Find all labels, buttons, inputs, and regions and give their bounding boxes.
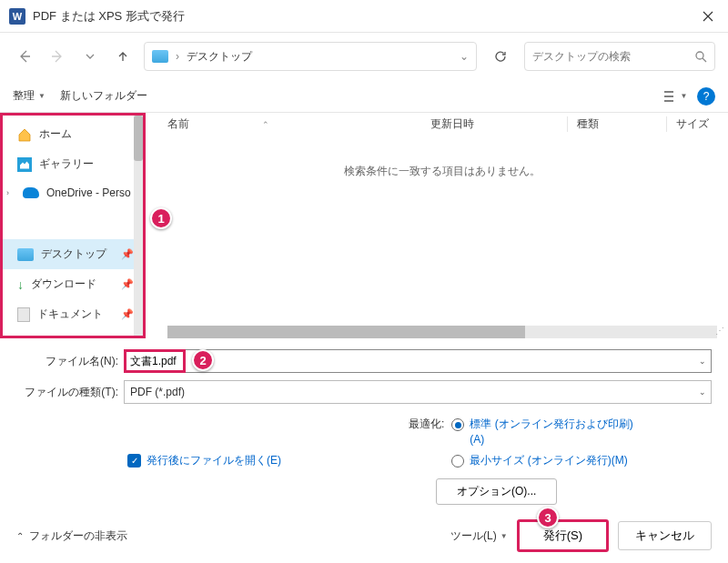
close-button[interactable] bbox=[697, 5, 719, 27]
help-button[interactable]: ? bbox=[697, 87, 715, 106]
sidebar-item-desktop[interactable]: デスクトップ 📌 bbox=[3, 239, 143, 269]
filetype-label: ファイルの種類(T): bbox=[16, 385, 124, 400]
close-icon bbox=[703, 11, 713, 22]
sidebar-item-downloads[interactable]: ↓ ダウンロード 📌 bbox=[3, 269, 143, 299]
checkbox-checked-icon: ✓ bbox=[127, 454, 141, 467]
search-icon bbox=[694, 50, 707, 63]
pin-icon: 📌 bbox=[121, 308, 134, 320]
new-folder-label: 新しいフォルダー bbox=[60, 88, 147, 104]
open-after-checkbox[interactable]: ✓ 発行後にファイルを開く(E) bbox=[127, 417, 281, 505]
hide-folders-label: フォルダーの非表示 bbox=[29, 528, 127, 544]
scrollbar-thumb[interactable] bbox=[167, 326, 525, 338]
chevron-right-icon: › bbox=[176, 50, 179, 63]
tools-dropdown[interactable]: ツール(L) ▼ bbox=[450, 528, 508, 544]
column-name-label: 名前 bbox=[167, 116, 189, 132]
optimize-standard-label: 標準 (オンライン発行および印刷)(A) bbox=[470, 417, 633, 447]
column-date[interactable]: 更新日時 bbox=[430, 116, 567, 132]
download-icon: ↓ bbox=[17, 277, 24, 292]
pin-icon: 📌 bbox=[121, 278, 134, 290]
breadcrumb-location: デスクトップ bbox=[187, 49, 252, 65]
chevron-down-icon[interactable]: ⌄ bbox=[699, 357, 706, 366]
sidebar-scrollbar[interactable] bbox=[134, 116, 143, 336]
form-area: ファイル名(N): ⌄ ファイルの種類(T): PDF (*.pdf) ⌄ bbox=[0, 338, 728, 404]
options-button-label: オプション(O)... bbox=[457, 485, 536, 498]
chevron-right-icon[interactable]: › bbox=[6, 188, 15, 197]
column-type[interactable]: 種類 bbox=[567, 116, 667, 132]
sidebar-item-onedrive[interactable]: › OneDrive - Perso bbox=[3, 179, 143, 206]
cancel-button-label: キャンセル bbox=[635, 528, 694, 542]
column-headers: 名前 ⌃ 更新日時 種類 サイズ bbox=[167, 113, 717, 136]
sidebar-item-label: ダウンロード bbox=[31, 276, 96, 292]
refresh-icon bbox=[493, 49, 508, 64]
folder-tree: ホーム ギャラリー › OneDrive - Perso デスクトップ 📌 ↓ … bbox=[0, 113, 146, 338]
pin-icon: 📌 bbox=[121, 248, 134, 260]
organize-button[interactable]: 整理 ▼ bbox=[13, 88, 46, 104]
column-size-label: サイズ bbox=[676, 117, 709, 130]
column-date-label: 更新日時 bbox=[430, 117, 474, 130]
chevron-up-icon: ⌃ bbox=[16, 531, 24, 541]
navigation-bar: › デスクトップ ⌄ bbox=[0, 33, 728, 80]
options-button[interactable]: オプション(O)... bbox=[436, 478, 557, 505]
optimize-minsize-radio[interactable]: 最小サイズ (オンライン発行)(M) bbox=[451, 453, 633, 468]
open-after-label: 発行後にファイルを開く(E) bbox=[147, 453, 281, 468]
footer: ⌃ フォルダーの非表示 ツール(L) ▼ 発行(S) キャンセル bbox=[0, 508, 728, 563]
tools-label: ツール(L) bbox=[450, 528, 497, 544]
chevron-down-icon: ▼ bbox=[38, 92, 46, 100]
list-view-icon bbox=[663, 90, 678, 103]
chevron-down-icon: ▼ bbox=[500, 532, 508, 540]
column-size[interactable]: サイズ bbox=[667, 116, 717, 132]
arrow-up-icon bbox=[116, 50, 129, 63]
sidebar-item-label: デスクトップ bbox=[41, 246, 106, 262]
back-button[interactable] bbox=[13, 45, 36, 68]
hide-folders-toggle[interactable]: ⌃ フォルダーの非表示 bbox=[16, 528, 127, 544]
sidebar-item-documents[interactable]: ドキュメント 📌 bbox=[3, 299, 143, 329]
chevron-down-icon bbox=[85, 51, 96, 62]
organize-label: 整理 bbox=[13, 88, 35, 104]
search-box[interactable] bbox=[524, 42, 715, 71]
word-app-icon: W bbox=[9, 8, 25, 25]
svg-point-0 bbox=[696, 52, 703, 59]
arrow-right-icon bbox=[50, 49, 65, 64]
sidebar-item-label: ホーム bbox=[39, 126, 72, 142]
optimize-standard-radio[interactable]: 標準 (オンライン発行および印刷)(A) bbox=[451, 417, 633, 447]
callout-2: 2 bbox=[192, 349, 214, 371]
filetype-select[interactable]: PDF (*.pdf) bbox=[124, 380, 712, 404]
sidebar-item-label: ギャラリー bbox=[39, 156, 94, 172]
column-type-label: 種類 bbox=[577, 117, 599, 130]
dialog-title: PDF または XPS 形式で発行 bbox=[33, 8, 185, 25]
search-input[interactable] bbox=[532, 50, 687, 63]
optimize-label: 最適化: bbox=[409, 417, 444, 469]
sort-indicator-icon: ⌃ bbox=[262, 120, 269, 129]
refresh-button[interactable] bbox=[486, 42, 515, 71]
address-bar[interactable]: › デスクトップ ⌄ bbox=[144, 42, 477, 71]
up-button[interactable] bbox=[111, 45, 135, 68]
view-mode-button[interactable]: ▼ bbox=[662, 85, 688, 107]
callout-3: 3 bbox=[537, 507, 559, 528]
toolbar: 整理 ▼ 新しいフォルダー ▼ ? bbox=[0, 80, 728, 113]
publish-button-label: 発行(S) bbox=[543, 528, 582, 542]
arrow-left-icon bbox=[17, 49, 32, 64]
title-bar: W PDF または XPS 形式で発行 bbox=[0, 0, 728, 33]
options-area: ✓ 発行後にファイルを開く(E) 最適化: 標準 (オンライン発行および印刷)(… bbox=[0, 411, 728, 505]
sidebar-item-gallery[interactable]: ギャラリー bbox=[3, 149, 143, 179]
column-name[interactable]: 名前 ⌃ bbox=[167, 116, 430, 132]
empty-message: 検索条件に一致する項目はありません。 bbox=[167, 136, 717, 206]
home-icon bbox=[17, 127, 32, 142]
chevron-down-icon: ▼ bbox=[681, 92, 688, 100]
sidebar-item-home[interactable]: ホーム bbox=[3, 119, 143, 149]
recent-button[interactable] bbox=[78, 45, 102, 68]
publish-button[interactable]: 発行(S) bbox=[517, 519, 609, 552]
forward-button[interactable] bbox=[46, 45, 69, 68]
chevron-down-icon[interactable]: ⌄ bbox=[460, 50, 469, 63]
new-folder-button[interactable]: 新しいフォルダー bbox=[60, 88, 147, 104]
chevron-down-icon[interactable]: ⌄ bbox=[699, 387, 706, 397]
cancel-button[interactable]: キャンセル bbox=[618, 521, 712, 550]
folder-icon bbox=[152, 50, 168, 63]
file-list-pane: 名前 ⌃ 更新日時 種類 サイズ 検索条件に一致する項目はありません。 ⋰ bbox=[146, 113, 728, 338]
horizontal-scrollbar[interactable] bbox=[167, 326, 717, 338]
document-icon bbox=[17, 307, 30, 322]
sidebar-item-label: OneDrive - Perso bbox=[46, 186, 131, 199]
scrollbar-thumb[interactable] bbox=[134, 116, 143, 161]
radio-checked-icon bbox=[451, 418, 464, 431]
resize-grip-icon[interactable]: ⋰ bbox=[715, 326, 728, 338]
